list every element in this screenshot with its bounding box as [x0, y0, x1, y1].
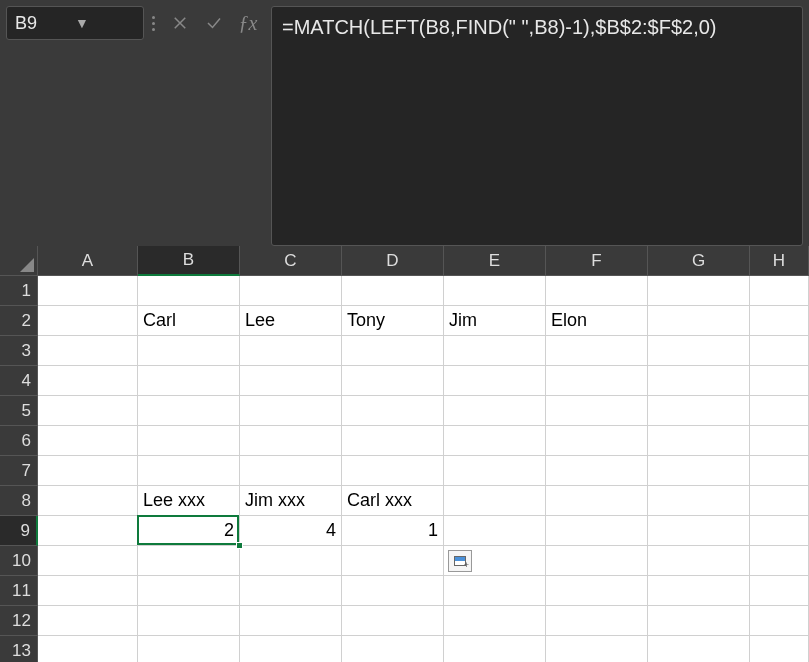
cell-G1[interactable] [648, 276, 750, 306]
cell-H11[interactable] [750, 576, 809, 606]
cell-A9[interactable] [38, 516, 138, 546]
col-header-D[interactable]: D [342, 246, 444, 276]
cell-F10[interactable] [546, 546, 648, 576]
cell-F7[interactable] [546, 456, 648, 486]
col-header-E[interactable]: E [444, 246, 546, 276]
cell-C3[interactable] [240, 336, 342, 366]
cell-A3[interactable] [38, 336, 138, 366]
cell-F5[interactable] [546, 396, 648, 426]
cell-E5[interactable] [444, 396, 546, 426]
cell-H13[interactable] [750, 636, 809, 662]
cell-G8[interactable] [648, 486, 750, 516]
cell-B9[interactable]: 2 [138, 516, 240, 546]
confirm-formula-button[interactable] [197, 6, 231, 40]
cell-F11[interactable] [546, 576, 648, 606]
col-header-G[interactable]: G [648, 246, 750, 276]
col-header-B[interactable]: B [138, 246, 240, 276]
cell-F1[interactable] [546, 276, 648, 306]
cell-C2[interactable]: Lee [240, 306, 342, 336]
cell-E12[interactable] [444, 606, 546, 636]
cell-C10[interactable] [240, 546, 342, 576]
cell-A4[interactable] [38, 366, 138, 396]
cell-D13[interactable] [342, 636, 444, 662]
cell-A7[interactable] [38, 456, 138, 486]
cell-H6[interactable] [750, 426, 809, 456]
cell-G7[interactable] [648, 456, 750, 486]
col-header-H[interactable]: H [750, 246, 809, 276]
cell-B7[interactable] [138, 456, 240, 486]
cell-A6[interactable] [38, 426, 138, 456]
name-box[interactable]: B9 ▼ [6, 6, 144, 40]
cell-A5[interactable] [38, 396, 138, 426]
cell-F4[interactable] [546, 366, 648, 396]
cell-C13[interactable] [240, 636, 342, 662]
cell-B3[interactable] [138, 336, 240, 366]
row-header-11[interactable]: 11 [0, 576, 38, 606]
cell-B2[interactable]: Carl [138, 306, 240, 336]
col-header-C[interactable]: C [240, 246, 342, 276]
cell-A10[interactable] [38, 546, 138, 576]
cell-B5[interactable] [138, 396, 240, 426]
cell-G12[interactable] [648, 606, 750, 636]
row-header-6[interactable]: 6 [0, 426, 38, 456]
cell-B1[interactable] [138, 276, 240, 306]
cell-B8[interactable]: Lee xxx [138, 486, 240, 516]
cancel-formula-button[interactable] [163, 6, 197, 40]
cell-C5[interactable] [240, 396, 342, 426]
col-header-A[interactable]: A [38, 246, 138, 276]
row-header-7[interactable]: 7 [0, 456, 38, 486]
cell-G5[interactable] [648, 396, 750, 426]
cell-A2[interactable] [38, 306, 138, 336]
insert-function-button[interactable]: ƒx [231, 6, 265, 40]
row-header-1[interactable]: 1 [0, 276, 38, 306]
chevron-down-icon[interactable]: ▼ [75, 15, 135, 31]
cell-F13[interactable] [546, 636, 648, 662]
cell-H12[interactable] [750, 606, 809, 636]
cell-E11[interactable] [444, 576, 546, 606]
row-header-10[interactable]: 10 [0, 546, 38, 576]
row-header-13[interactable]: 13 [0, 636, 38, 662]
row-header-8[interactable]: 8 [0, 486, 38, 516]
cell-G2[interactable] [648, 306, 750, 336]
cell-D10[interactable] [342, 546, 444, 576]
formula-input[interactable]: =MATCH(LEFT(B8,FIND(" ",B8)-1),$B$2:$F$2… [271, 6, 803, 246]
cell-A8[interactable] [38, 486, 138, 516]
cell-A13[interactable] [38, 636, 138, 662]
cell-C7[interactable] [240, 456, 342, 486]
cell-D11[interactable] [342, 576, 444, 606]
cell-D6[interactable] [342, 426, 444, 456]
cell-D12[interactable] [342, 606, 444, 636]
cell-F8[interactable] [546, 486, 648, 516]
cell-D2[interactable]: Tony [342, 306, 444, 336]
cell-G4[interactable] [648, 366, 750, 396]
cell-H10[interactable] [750, 546, 809, 576]
cell-H7[interactable] [750, 456, 809, 486]
cell-H9[interactable] [750, 516, 809, 546]
cell-D8[interactable]: Carl xxx [342, 486, 444, 516]
cell-D7[interactable] [342, 456, 444, 486]
cell-F2[interactable]: Elon [546, 306, 648, 336]
cell-H2[interactable] [750, 306, 809, 336]
row-header-3[interactable]: 3 [0, 336, 38, 366]
fill-handle[interactable] [236, 542, 243, 549]
cell-C6[interactable] [240, 426, 342, 456]
cell-F12[interactable] [546, 606, 648, 636]
row-header-2[interactable]: 2 [0, 306, 38, 336]
cell-E6[interactable] [444, 426, 546, 456]
cell-A1[interactable] [38, 276, 138, 306]
cell-H8[interactable] [750, 486, 809, 516]
cell-F6[interactable] [546, 426, 648, 456]
cell-C1[interactable] [240, 276, 342, 306]
cell-E3[interactable] [444, 336, 546, 366]
cell-C9[interactable]: 4 [240, 516, 342, 546]
cell-B4[interactable] [138, 366, 240, 396]
cell-D3[interactable] [342, 336, 444, 366]
cell-G11[interactable] [648, 576, 750, 606]
cell-A11[interactable] [38, 576, 138, 606]
cell-D9[interactable]: 1 [342, 516, 444, 546]
cell-C4[interactable] [240, 366, 342, 396]
cell-G6[interactable] [648, 426, 750, 456]
cell-E4[interactable] [444, 366, 546, 396]
row-header-9[interactable]: 9 [0, 516, 38, 546]
cell-H4[interactable] [750, 366, 809, 396]
